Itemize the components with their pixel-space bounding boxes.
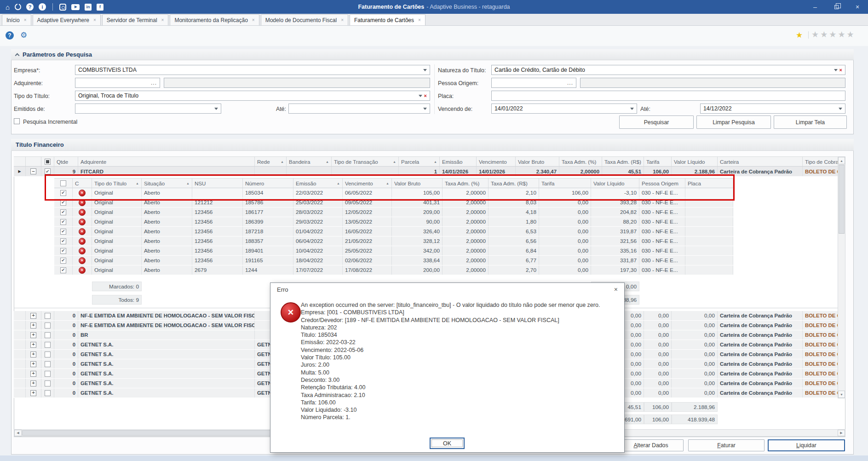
clear-filter-icon[interactable]: ×: [839, 67, 842, 73]
header-rede[interactable]: Rede▲: [255, 157, 287, 166]
help-icon[interactable]: ?: [6, 31, 14, 40]
titulo-row[interactable]: ✔×OriginalAberto12345618721801/04/202216…: [54, 227, 733, 236]
liquidar-button[interactable]: Liquidar: [768, 439, 845, 451]
tab-close-icon[interactable]: ×: [252, 18, 255, 23]
adquirente-code-field[interactable]: ...: [75, 78, 160, 88]
vencendo-ate-field[interactable]: 14/12/2022: [700, 104, 845, 114]
row-checkbox[interactable]: [45, 380, 51, 386]
row-checkbox[interactable]: ✔: [60, 219, 66, 225]
home-icon[interactable]: ⌂: [6, 3, 10, 11]
params-panel-header[interactable]: Parâmetros de Pesquisa: [11, 49, 854, 60]
titulo-row[interactable]: ✔×OriginalAberto12345618617728/03/202212…: [54, 207, 733, 217]
titulo-row[interactable]: ✔×OriginalAberto12345618639929/03/202213…: [54, 217, 733, 227]
settings-gear-icon[interactable]: ⚙: [20, 30, 27, 40]
help-icon[interactable]: ?: [26, 3, 34, 11]
lookup-ellipsis-icon[interactable]: ...: [567, 80, 573, 86]
chevron-down-icon[interactable]: [423, 108, 427, 110]
header-placa[interactable]: Placa: [685, 179, 733, 188]
header-numero[interactable]: Número: [243, 179, 293, 188]
header-tarifa[interactable]: Tarifa: [644, 157, 672, 166]
row-checkbox[interactable]: ✔: [60, 267, 66, 273]
expand-plus-icon[interactable]: +: [30, 361, 36, 367]
rating-star-icon[interactable]: ★: [847, 29, 854, 40]
rating-star-icon[interactable]: ★: [811, 29, 819, 40]
header-taxa-pct[interactable]: Taxa Adm. (%): [443, 179, 489, 188]
restore-button[interactable]: [826, 0, 847, 14]
expand-plus-icon[interactable]: +: [30, 371, 36, 377]
tab-modelo-de-documento-fiscal[interactable]: Modelo de Documento Fiscal×: [261, 14, 348, 25]
header-bandeira[interactable]: Bandeira▲: [287, 157, 332, 166]
header-qtde[interactable]: Qtde: [54, 157, 78, 166]
faturar-button[interactable]: Faturar: [688, 439, 765, 451]
select-all-checkbox[interactable]: [45, 159, 51, 165]
header-tipo-titulo[interactable]: Tipo do Título▲: [92, 179, 142, 188]
row-checkbox[interactable]: ✔: [60, 209, 66, 215]
header-valor-liquido[interactable]: Valor Líquido: [591, 179, 639, 188]
ok-button[interactable]: OK: [430, 438, 465, 449]
row-checkbox[interactable]: ✔: [60, 229, 66, 235]
placa-field[interactable]: [491, 91, 845, 101]
youtube-icon[interactable]: [71, 4, 80, 10]
tab-close-icon[interactable]: ×: [161, 18, 164, 23]
row-checkbox[interactable]: [45, 361, 51, 367]
vertical-scrollbar[interactable]: ▲ ▼: [838, 156, 845, 398]
row-checkbox[interactable]: ✔: [60, 200, 66, 206]
expand-plus-icon[interactable]: +: [30, 323, 36, 328]
tab-monitoramento-da-replica-o[interactable]: Monitoramento da Replicação×: [170, 14, 259, 25]
pesquisa-incremental-checkbox[interactable]: [14, 118, 20, 124]
titulo-row[interactable]: ✔×OriginalAberto12121218578625/03/202209…: [54, 198, 733, 207]
tab-close-icon[interactable]: ×: [93, 18, 96, 23]
empresa-field[interactable]: COMBUSTIVEIS LTDA: [75, 65, 430, 75]
row-checkbox[interactable]: ✔: [60, 190, 66, 196]
expand-plus-icon[interactable]: +: [30, 352, 36, 357]
brand-icon[interactable]: [15, 4, 21, 10]
vertical-scroll-thumb[interactable]: [839, 165, 845, 234]
header-pessoa-origem[interactable]: Pessoa Origem: [639, 179, 685, 188]
emitidos-ate-field[interactable]: [288, 104, 430, 114]
header-valor-bruto[interactable]: Valor Bruto: [516, 157, 559, 166]
tab-in-cio[interactable]: Início×: [2, 14, 31, 25]
row-checkbox[interactable]: [45, 342, 51, 348]
limpar-tela-button[interactable]: Limpar Tela: [774, 115, 847, 129]
row-checkbox[interactable]: ✔: [60, 248, 66, 254]
chevron-down-icon[interactable]: [630, 108, 634, 110]
scroll-up-icon[interactable]: ▲: [838, 157, 845, 164]
row-checkbox[interactable]: [45, 313, 51, 319]
limpar-pesquisa-button[interactable]: Limpar Pesquisa: [696, 115, 771, 129]
group-checkbox[interactable]: ✔: [45, 168, 51, 174]
row-checkbox[interactable]: [45, 323, 51, 328]
instagram-icon[interactable]: [59, 4, 66, 11]
rating-star-icon[interactable]: ★: [829, 29, 836, 40]
header-valor-liquido[interactable]: Valor Líquido: [672, 157, 718, 166]
rating-star-icon[interactable]: ★: [838, 29, 845, 40]
dialog-titlebar[interactable]: Erro ×: [270, 283, 624, 296]
header-taxa-pct[interactable]: Taxa Adm. (%): [559, 157, 602, 166]
header-nsu[interactable]: NSU: [192, 179, 243, 188]
header-adquirente[interactable]: Adquirente: [78, 157, 255, 166]
header-taxa-rs[interactable]: Taxa Adm. (R$): [602, 157, 644, 166]
tab-close-icon[interactable]: ×: [24, 18, 27, 23]
header-c[interactable]: C: [73, 179, 92, 188]
vencendo-de-field[interactable]: 14/01/2022: [491, 104, 637, 114]
titulo-row[interactable]: ✔×OriginalAberto12345619116518/04/202202…: [54, 256, 733, 265]
select-all-checkbox[interactable]: [60, 180, 66, 186]
lookup-ellipsis-icon[interactable]: ...: [151, 80, 157, 86]
titulo-row[interactable]: ✔×OriginalAberto2679124417/07/202217/08/…: [54, 265, 733, 275]
header-valor-bruto[interactable]: Valor Bruto: [392, 179, 443, 188]
row-checkbox[interactable]: [45, 352, 51, 357]
rating-star-icon[interactable]: ★: [820, 29, 828, 40]
info-icon[interactable]: i: [39, 3, 46, 11]
linkedin-icon[interactable]: in: [85, 4, 92, 11]
natureza-field[interactable]: Cartão de Crédito, Cartão de Débito ×: [491, 65, 845, 75]
chevron-down-icon[interactable]: [839, 108, 842, 110]
pesquisar-button[interactable]: Pesquisar: [619, 115, 694, 129]
tipo-titulo-field[interactable]: Original, Troca de Título ×: [75, 91, 430, 101]
row-checkbox[interactable]: [45, 332, 51, 338]
scroll-left-icon[interactable]: ◀: [14, 430, 22, 436]
expand-plus-icon[interactable]: +: [30, 342, 36, 348]
tab-close-icon[interactable]: ×: [418, 18, 421, 23]
header-vencimento[interactable]: Vencimento▲: [343, 179, 392, 188]
facebook-icon[interactable]: f: [97, 4, 103, 11]
expand-plus-icon[interactable]: +: [30, 332, 36, 338]
emitidos-de-field[interactable]: [75, 104, 221, 114]
